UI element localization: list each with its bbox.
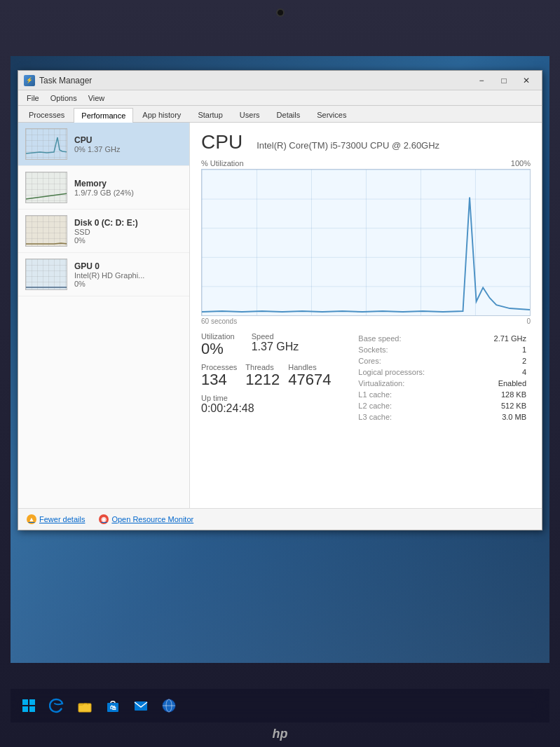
gpu-name: Intel(R) HD Graphi... [74, 271, 182, 280]
threads-value: 1212 [245, 371, 280, 388]
memory-label: Memory [74, 179, 182, 189]
cpu-usage: 0% 1.37 GHz [74, 145, 182, 153]
panel-title: CPU [201, 131, 243, 153]
chart-time-start: 60 seconds [201, 317, 237, 325]
sockets-key: Sockets: [358, 345, 465, 355]
main-content: CPU 0% 1.37 GHz Memory 1.9/7.9 GB (24%) [18, 123, 542, 508]
cpu-thumbnail [25, 128, 67, 160]
hp-logo: hp [273, 727, 288, 741]
handles-value: 47674 [288, 371, 331, 388]
taskbar-explorer[interactable] [72, 693, 97, 718]
window-controls: − □ ✕ [472, 74, 536, 88]
utilization-stat: Utilization 0% [201, 332, 235, 357]
spec-row-l1: L1 cache: 128 KB [358, 390, 529, 399]
sidebar-item-memory[interactable]: Memory 1.9/7.9 GB (24%) [18, 166, 189, 210]
window-title: Task Manager [39, 76, 472, 85]
sockets-val: 1 [466, 345, 529, 355]
fewer-details-link[interactable]: ▲ Fewer details [27, 514, 85, 524]
chart-labels: % Utilization 100% [201, 159, 531, 167]
close-button[interactable]: ✕ [517, 74, 536, 88]
memory-info: Memory 1.9/7.9 GB (24%) [74, 179, 182, 197]
bottom-bar: ▲ Fewer details ◉ Open Resource Monitor [18, 508, 542, 530]
tab-performance[interactable]: Performance [74, 108, 133, 123]
cpu-panel: CPU Intel(R) Core(TM) i5-7300U CPU @ 2.6… [190, 123, 542, 508]
l1-cache-val: 128 KB [466, 390, 529, 399]
spec-row-basespeed: Base speed: 2.71 GHz [358, 334, 529, 343]
camera-dot [276, 8, 285, 17]
disk-type: SSD [74, 228, 182, 236]
processes-value: 134 [201, 371, 237, 388]
l2-cache-val: 512 KB [466, 401, 529, 411]
cores-key: Cores: [358, 356, 465, 366]
disk-info: Disk 0 (C: D: E:) SSD 0% [74, 218, 182, 245]
uptime-label: Up time [201, 394, 346, 402]
gpu-label: GPU 0 [74, 261, 182, 271]
tab-processes[interactable]: Processes [21, 107, 72, 122]
l1-cache-key: L1 cache: [358, 390, 465, 399]
menu-file[interactable]: File [21, 92, 45, 104]
memory-thumbnail [25, 172, 67, 203]
y-axis-max: 100% [511, 159, 531, 167]
spec-row-l3: L3 cache: 3.0 MB [358, 412, 529, 422]
spec-row-virtualization: Virtualization: Enabled [358, 378, 529, 388]
threads-stat: Threads 1212 [245, 363, 280, 388]
taskbar: 🛍 [11, 689, 549, 722]
virtualization-val: Enabled [466, 378, 529, 388]
svg-rect-2 [22, 706, 28, 712]
cpu-info: CPU 0% 1.37 GHz [74, 135, 182, 153]
processes-stat: Processes 134 [201, 363, 237, 388]
task-manager-window: ⚡ Task Manager − □ ✕ File Options View P… [18, 70, 542, 530]
tab-startup[interactable]: Startup [190, 107, 230, 122]
taskbar-start[interactable] [16, 693, 41, 718]
disk-label: Disk 0 (C: D: E:) [74, 218, 182, 228]
disk-thumbnail [25, 215, 67, 247]
sidebar: CPU 0% 1.37 GHz Memory 1.9/7.9 GB (24%) [18, 123, 190, 508]
gpu-info: GPU 0 Intel(R) HD Graphi... 0% [74, 261, 182, 288]
uptime-value: 0:00:24:48 [201, 402, 346, 415]
speed-stat: Speed 1.37 GHz [252, 332, 299, 357]
base-speed-val: 2.71 GHz [466, 334, 529, 343]
panel-header: CPU Intel(R) Core(TM) i5-7300U CPU @ 2.6… [201, 131, 531, 153]
base-speed-key: Base speed: [358, 334, 465, 343]
tab-services[interactable]: Services [309, 107, 354, 122]
logical-processors-val: 4 [466, 367, 529, 377]
sidebar-item-disk[interactable]: Disk 0 (C: D: E:) SSD 0% [18, 210, 189, 253]
maximize-button[interactable]: □ [494, 74, 514, 88]
taskbar-store[interactable]: 🛍 [100, 693, 125, 718]
panel-subtitle: Intel(R) Core(TM) i5-7300U CPU @ 2.60GHz [257, 140, 439, 151]
svg-rect-0 [22, 699, 28, 705]
svg-rect-1 [29, 699, 35, 705]
sidebar-item-cpu[interactable]: CPU 0% 1.37 GHz [18, 123, 189, 166]
app-icon: ⚡ [24, 75, 35, 86]
sidebar-item-gpu[interactable]: GPU 0 Intel(R) HD Graphi... 0% [18, 253, 189, 296]
specs-table: Base speed: 2.71 GHz Sockets: 1 Cores: 2 [357, 332, 531, 423]
tab-users[interactable]: Users [232, 107, 268, 122]
cpu-label: CPU [74, 135, 182, 145]
desktop-wallpaper: ⚡ Task Manager − □ ✕ File Options View P… [11, 56, 549, 663]
menu-view[interactable]: View [83, 92, 111, 104]
resource-monitor-link[interactable]: ◉ Open Resource Monitor [99, 514, 193, 524]
taskbar-mail[interactable] [128, 693, 153, 718]
speed-value: 1.37 GHz [252, 341, 299, 353]
fewer-details-label: Fewer details [39, 515, 85, 523]
gpu-thumbnail [25, 259, 67, 290]
svg-text:🛍: 🛍 [110, 704, 116, 711]
menu-options[interactable]: Options [45, 92, 83, 104]
utilization-value: 0% [201, 341, 235, 357]
taskbar-edge[interactable] [44, 693, 69, 718]
resource-monitor-label: Open Resource Monitor [111, 515, 193, 523]
stats-section: Utilization 0% Speed 1.37 GHz Process [201, 332, 531, 423]
gpu-usage: 0% [74, 280, 182, 288]
minimize-button[interactable]: − [472, 74, 491, 88]
cpu-chart [201, 169, 531, 316]
svg-rect-7 [135, 701, 147, 711]
resource-monitor-icon: ◉ [99, 514, 109, 524]
uptime-stat: Up time 0:00:24:48 [201, 394, 346, 415]
taskbar-browser[interactable] [156, 693, 182, 718]
tab-bar: Processes Performance App history Startu… [18, 106, 542, 123]
titlebar: ⚡ Task Manager − □ ✕ [18, 71, 542, 90]
tab-app-history[interactable]: App history [135, 107, 189, 122]
handles-stat: Handles 47674 [288, 363, 331, 388]
tab-details[interactable]: Details [269, 107, 308, 122]
chart-time-end: 0 [526, 317, 531, 325]
